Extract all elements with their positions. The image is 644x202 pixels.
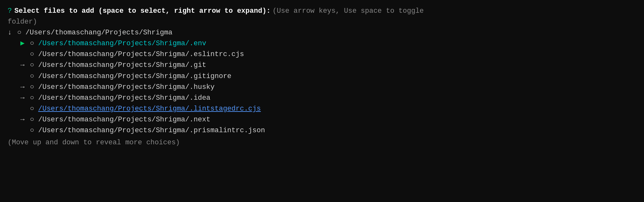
- tree-arrow-icon: →: [20, 114, 27, 125]
- terminal-container: ? Select files to add (space to select, …: [8, 6, 636, 148]
- tree-path: /Users/thomaschang/Projects/Shrigma/.esl…: [38, 49, 244, 60]
- tree-item[interactable]: ○/Users/thomaschang/Projects/Shrigma/.pr…: [8, 125, 636, 136]
- file-tree: ↓○/Users/thomaschang/Projects/Shrigma▶○/…: [8, 27, 636, 136]
- tree-path: /Users/thomaschang/Projects/Shrigma/.env: [38, 38, 206, 49]
- tree-item[interactable]: ○/Users/thomaschang/Projects/Shrigma/.li…: [8, 104, 636, 114]
- tree-path: /Users/thomaschang/Projects/Shrigma/.git…: [38, 71, 231, 82]
- tree-item[interactable]: ○/Users/thomaschang/Projects/Shrigma/.es…: [8, 49, 636, 60]
- tree-arrow-icon: ▶: [20, 38, 27, 49]
- tree-path: /Users/thomaschang/Projects/Shrigma/.ide…: [38, 93, 210, 104]
- tree-arrow-icon: →: [20, 93, 27, 104]
- tree-item[interactable]: →○/Users/thomaschang/Projects/Shrigma/.h…: [8, 82, 636, 93]
- tree-circle-icon: ○: [30, 82, 35, 93]
- prompt-main-text: Select files to add (space to select, ri…: [14, 6, 270, 17]
- tree-item[interactable]: ↓○/Users/thomaschang/Projects/Shrigma: [8, 27, 636, 38]
- tree-circle-icon: ○: [30, 114, 35, 125]
- tree-item[interactable]: →○/Users/thomaschang/Projects/Shrigma/.g…: [8, 60, 636, 71]
- tree-path: /Users/thomaschang/Projects/Shrigma/.lin…: [38, 104, 261, 114]
- tree-path: /Users/thomaschang/Projects/Shrigma: [25, 27, 172, 38]
- question-mark-icon: ?: [8, 6, 12, 17]
- tree-circle-icon: ○: [30, 60, 35, 71]
- tree-circle-icon: ○: [30, 93, 35, 104]
- tree-circle-icon: ○: [17, 27, 22, 38]
- footer-hint: (Move up and down to reveal more choices…: [8, 137, 636, 148]
- tree-circle-icon: ○: [30, 125, 35, 136]
- tree-path: /Users/thomaschang/Projects/Shrigma/.nex…: [38, 114, 210, 125]
- prompt-hint-inline: (Use arrow keys, Use space to toggle: [273, 6, 424, 17]
- tree-circle-icon: ○: [30, 49, 35, 60]
- tree-item[interactable]: ○/Users/thomaschang/Projects/Shrigma/.gi…: [8, 71, 636, 82]
- tree-item[interactable]: →○/Users/thomaschang/Projects/Shrigma/.i…: [8, 93, 636, 104]
- prompt-hint-continuation: folder): [8, 17, 636, 27]
- tree-path: /Users/thomaschang/Projects/Shrigma/.pri…: [38, 125, 265, 136]
- tree-arrow-icon: →: [20, 82, 27, 93]
- tree-arrow-icon: →: [20, 60, 27, 71]
- tree-circle-icon: ○: [30, 71, 35, 82]
- prompt-line: ? Select files to add (space to select, …: [8, 6, 636, 17]
- tree-arrow-icon: ↓: [8, 27, 14, 38]
- tree-item[interactable]: ▶○/Users/thomaschang/Projects/Shrigma/.e…: [8, 38, 636, 49]
- tree-circle-icon: ○: [30, 104, 35, 114]
- tree-path: /Users/thomaschang/Projects/Shrigma/.hus…: [38, 82, 215, 93]
- tree-path: /Users/thomaschang/Projects/Shrigma/.git: [38, 60, 206, 71]
- tree-circle-icon: ○: [30, 38, 35, 49]
- tree-item[interactable]: →○/Users/thomaschang/Projects/Shrigma/.n…: [8, 114, 636, 125]
